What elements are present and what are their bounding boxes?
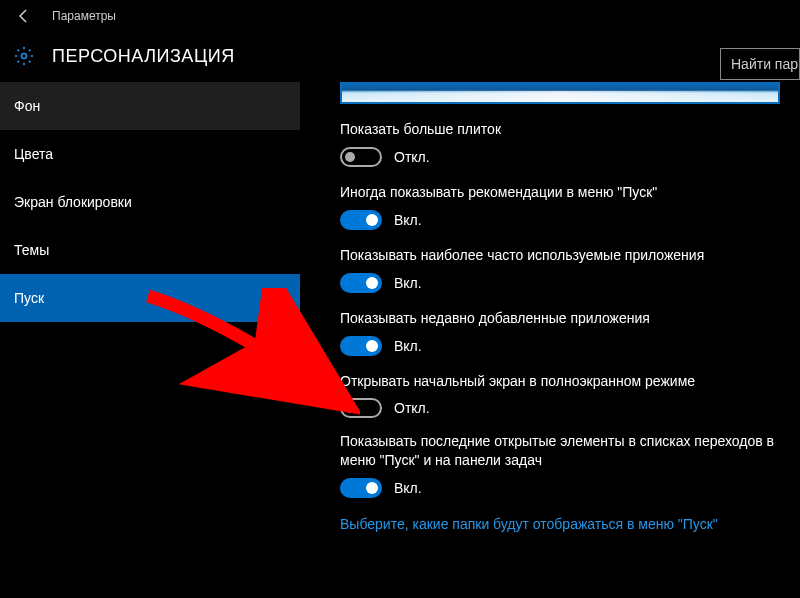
toggle-state: Вкл.	[394, 275, 422, 291]
sidebar-item-label: Темы	[14, 242, 49, 258]
main-panel: Показать больше плиток Откл. Иногда пока…	[300, 82, 800, 598]
setting-label: Открывать начальный экран в полноэкранно…	[340, 372, 780, 391]
setting-label: Иногда показывать рекомендации в меню "П…	[340, 183, 780, 202]
window-header: Параметры	[0, 0, 800, 32]
breadcrumb: Параметры	[52, 9, 116, 23]
toggle-jumplist[interactable]	[340, 478, 382, 498]
toggle-state: Вкл.	[394, 338, 422, 354]
toggle-more-tiles[interactable]	[340, 147, 382, 167]
title-row: ПЕРСОНАЛИЗАЦИЯ	[0, 32, 800, 82]
setting-suggestions: Иногда показывать рекомендации в меню "П…	[340, 183, 780, 230]
setting-label: Показывать недавно добавленные приложени…	[340, 309, 780, 328]
sidebar-item-colors[interactable]: Цвета	[0, 130, 300, 178]
toggle-most-used[interactable]	[340, 273, 382, 293]
link-choose-folders[interactable]: Выберите, какие папки будут отображаться…	[340, 516, 780, 532]
sidebar: Фон Цвета Экран блокировки Темы Пуск	[0, 82, 300, 598]
sidebar-item-background[interactable]: Фон	[0, 82, 300, 130]
back-button[interactable]	[12, 4, 36, 28]
sidebar-item-start[interactable]: Пуск	[0, 274, 300, 322]
toggle-recently-added[interactable]	[340, 336, 382, 356]
setting-recently-added: Показывать недавно добавленные приложени…	[340, 309, 780, 356]
sidebar-item-themes[interactable]: Темы	[0, 226, 300, 274]
gear-icon	[12, 44, 36, 68]
setting-fullscreen-start: Открывать начальный экран в полноэкранно…	[340, 372, 780, 419]
search-input[interactable]: Найти пар	[720, 48, 800, 80]
search-placeholder: Найти пар	[731, 56, 798, 72]
toggle-state: Откл.	[394, 400, 430, 416]
sidebar-item-label: Цвета	[14, 146, 53, 162]
toggle-fullscreen-start[interactable]	[340, 398, 382, 418]
sidebar-item-lockscreen[interactable]: Экран блокировки	[0, 178, 300, 226]
sidebar-item-label: Фон	[14, 98, 40, 114]
sidebar-item-label: Пуск	[14, 290, 44, 306]
toggle-state: Откл.	[394, 149, 430, 165]
setting-most-used: Показывать наиболее часто используемые п…	[340, 246, 780, 293]
setting-label: Показать больше плиток	[340, 120, 780, 139]
setting-label: Показывать последние открытые элементы в…	[340, 432, 780, 470]
svg-point-0	[22, 54, 27, 59]
start-preview-image	[340, 82, 780, 104]
toggle-suggestions[interactable]	[340, 210, 382, 230]
setting-more-tiles: Показать больше плиток Откл.	[340, 120, 780, 167]
toggle-state: Вкл.	[394, 212, 422, 228]
setting-label: Показывать наиболее часто используемые п…	[340, 246, 780, 265]
setting-jumplist: Показывать последние открытые элементы в…	[340, 432, 780, 498]
toggle-state: Вкл.	[394, 480, 422, 496]
page-title: ПЕРСОНАЛИЗАЦИЯ	[52, 46, 235, 67]
sidebar-item-label: Экран блокировки	[14, 194, 132, 210]
